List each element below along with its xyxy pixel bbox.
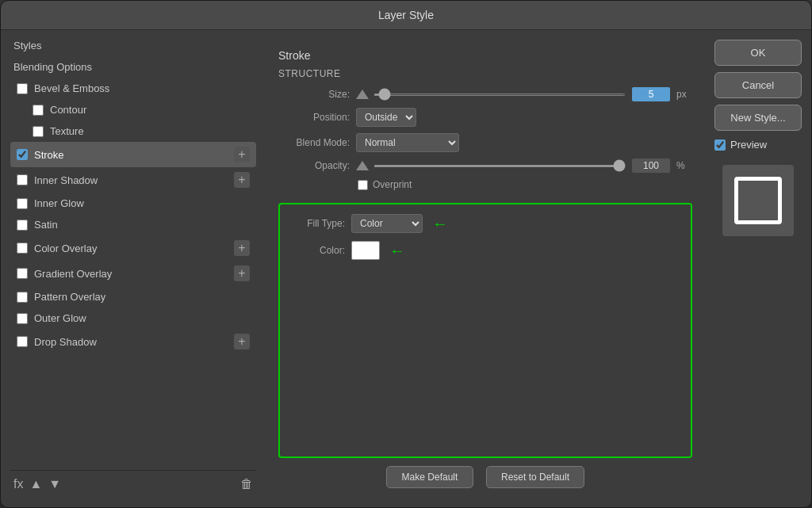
size-label: Size: — [278, 89, 350, 100]
dialog-title: Layer Style — [378, 9, 434, 21]
fill-type-label: Fill Type: — [289, 218, 345, 229]
reset-default-button[interactable]: Reset to Default — [486, 466, 584, 488]
sidebar-item-outer-glow[interactable]: Outer Glow — [10, 307, 256, 329]
left-panel: Styles Blending Options Bevel & Emboss C… — [10, 40, 256, 498]
fx-icon[interactable]: fx — [13, 477, 23, 491]
opacity-slider-container — [356, 161, 626, 170]
opacity-slider[interactable] — [373, 165, 626, 167]
sidebar-item-blending-options[interactable]: Blending Options — [10, 56, 256, 78]
move-down-icon[interactable]: ▼ — [48, 477, 61, 491]
ok-button[interactable]: OK — [714, 40, 802, 66]
sidebar-item-bevel-emboss[interactable]: Bevel & Emboss — [10, 78, 256, 99]
make-default-button[interactable]: Make Default — [386, 466, 473, 488]
position-label: Position: — [278, 112, 350, 123]
color-overlay-plus-icon[interactable]: + — [234, 240, 250, 256]
color-swatch[interactable] — [351, 241, 380, 260]
fill-type-row: Fill Type: Color Gradient Pattern ← — [289, 214, 681, 233]
position-row: Position: Outside Inside Center — [278, 108, 692, 127]
main-content: Stroke Structure Size: 5 px Position: — [266, 40, 705, 498]
sidebar-item-contour[interactable]: Contour — [10, 99, 256, 120]
stroke-checkbox[interactable] — [17, 149, 28, 160]
size-slider-container — [356, 90, 626, 99]
content-panel: Stroke Structure Size: 5 px Position: — [266, 40, 705, 498]
drop-shadow-checkbox[interactable] — [17, 336, 28, 347]
left-panel-footer: fx ▲ ▼ 🗑 — [10, 470, 256, 498]
preview-box — [722, 165, 794, 236]
overprint-row: Overprint — [358, 179, 692, 190]
sidebar-item-texture[interactable]: Texture — [10, 120, 256, 142]
pattern-overlay-checkbox[interactable] — [17, 292, 28, 303]
preview-label: Preview — [730, 139, 767, 151]
overprint-checkbox[interactable] — [358, 180, 368, 190]
inner-shadow-checkbox[interactable] — [17, 174, 28, 185]
color-label: Color: — [289, 245, 345, 256]
blend-mode-row: Blend Mode: Normal Dissolve Multiply Scr… — [278, 133, 692, 152]
sidebar-item-color-overlay[interactable]: Color Overlay + — [10, 235, 256, 261]
dialog-title-bar: Layer Style — [1, 1, 811, 30]
drop-shadow-plus-icon[interactable]: + — [234, 334, 250, 349]
opacity-row: Opacity: 100 % — [278, 159, 692, 173]
texture-checkbox[interactable] — [33, 126, 44, 137]
size-slider-triangle — [356, 90, 369, 99]
sidebar-item-satin[interactable]: Satin — [10, 214, 256, 235]
sidebar-item-pattern-overlay[interactable]: Pattern Overlay — [10, 286, 256, 307]
sidebar-item-inner-shadow[interactable]: Inner Shadow + — [10, 167, 256, 193]
opacity-unit: % — [676, 160, 692, 171]
position-dropdown[interactable]: Outside Inside Center — [356, 108, 416, 127]
size-input[interactable]: 5 — [632, 87, 670, 101]
new-style-button[interactable]: New Style... — [714, 105, 802, 131]
color-arrow: ← — [389, 242, 405, 260]
move-up-icon[interactable]: ▲ — [29, 477, 42, 491]
sidebar-item-inner-glow[interactable]: Inner Glow — [10, 193, 256, 214]
stroke-plus-icon[interactable]: + — [234, 147, 250, 162]
bevel-emboss-checkbox[interactable] — [17, 83, 28, 94]
size-slider[interactable] — [373, 94, 626, 96]
size-unit: px — [676, 89, 692, 100]
overprint-label: Overprint — [373, 179, 412, 190]
satin-checkbox[interactable] — [17, 220, 28, 231]
sidebar-item-drop-shadow[interactable]: Drop Shadow + — [10, 329, 256, 354]
right-panel: OK Cancel New Style... Preview — [714, 40, 802, 498]
inner-shadow-plus-icon[interactable]: + — [234, 172, 250, 188]
fill-type-dropdown[interactable]: Color Gradient Pattern — [351, 214, 423, 233]
color-row: Color: ← — [289, 241, 681, 260]
blend-mode-label: Blend Mode: — [278, 137, 350, 148]
size-row: Size: 5 px — [278, 87, 692, 101]
preview-checkbox[interactable] — [714, 139, 726, 151]
opacity-slider-triangle — [356, 161, 369, 170]
blend-mode-dropdown[interactable]: Normal Dissolve Multiply Screen Overlay — [356, 133, 459, 152]
styles-header: Styles — [10, 40, 256, 52]
inner-glow-checkbox[interactable] — [17, 198, 28, 209]
bottom-buttons: Make Default Reset to Default — [278, 458, 692, 488]
cancel-button[interactable]: Cancel — [714, 72, 802, 98]
fill-type-arrow: ← — [432, 215, 448, 233]
gradient-overlay-checkbox[interactable] — [17, 268, 28, 279]
preview-inner-shape — [734, 177, 782, 224]
layer-style-dialog: Layer Style Styles Blending Options Beve… — [0, 0, 812, 508]
delete-style-icon[interactable]: 🗑 — [240, 477, 253, 491]
sidebar-item-stroke[interactable]: Stroke + — [10, 142, 256, 167]
panel-title: Stroke — [278, 49, 692, 62]
fill-section: Fill Type: Color Gradient Pattern ← Colo… — [278, 203, 692, 458]
panel-subtitle: Structure — [278, 68, 692, 79]
opacity-label: Opacity: — [278, 160, 350, 171]
sidebar-list: Blending Options Bevel & Emboss Contour … — [10, 56, 256, 464]
color-overlay-checkbox[interactable] — [17, 243, 28, 254]
sidebar-item-gradient-overlay[interactable]: Gradient Overlay + — [10, 261, 256, 286]
contour-checkbox[interactable] — [33, 105, 44, 116]
opacity-input[interactable]: 100 — [632, 159, 670, 173]
gradient-overlay-plus-icon[interactable]: + — [234, 265, 250, 281]
preview-check-row: Preview — [714, 137, 802, 152]
outer-glow-checkbox[interactable] — [17, 313, 28, 324]
